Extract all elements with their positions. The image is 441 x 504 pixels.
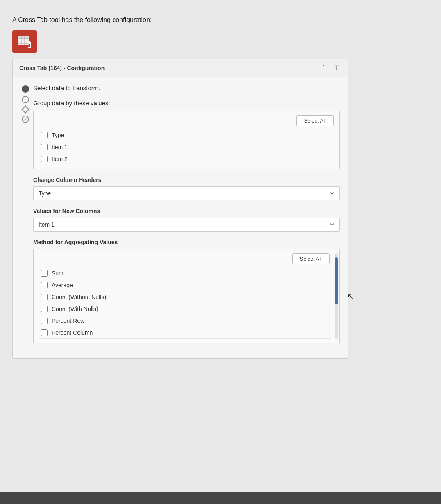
aggregating-item-percent-row-label: Percent Row [52, 318, 84, 324]
tool-icon [12, 30, 37, 53]
select-data-row: Select data to transform. [33, 84, 340, 92]
aggregating-checkbox-average[interactable] [41, 282, 48, 288]
sidebar-step-diamond[interactable] [21, 105, 30, 114]
aggregating-item-count-without-label: Count (Without Nulls) [52, 294, 106, 300]
select-data-label: Select data to transform. [33, 84, 100, 92]
sidebar-step-1[interactable] [22, 85, 29, 93]
cursor-arrow-icon: ↖ [347, 291, 354, 301]
group-data-item-item2: Item 2 [39, 153, 334, 165]
new-columns-dropdown-wrapper: Item 1 Item 2 Type [33, 218, 340, 232]
group-data-item-item2-label: Item 2 [52, 156, 68, 162]
aggregating-scrollbar-thumb[interactable] [335, 257, 338, 304]
page-container: A Cross Tab tool has the following confi… [0, 8, 441, 367]
group-data-item-type-label: Type [52, 132, 64, 138]
panel-body: ? Select data to transform. Group data b… [13, 77, 348, 358]
column-headers-label: Change Column Headers [33, 177, 340, 183]
aggregating-checkbox-count-with[interactable] [41, 306, 48, 312]
panel-title: Cross Tab (164) - Configuration [19, 65, 105, 71]
aggregating-item-count-without: Count (Without Nulls) [39, 291, 330, 303]
panel-header: Cross Tab (164) - Configuration ⋮ ⊤ [13, 59, 348, 77]
aggregating-checkbox-count-without[interactable] [41, 294, 48, 300]
aggregating-item-count-with-label: Count (With Nulls) [52, 306, 98, 312]
group-data-item-item1: Item 1 [39, 141, 334, 153]
aggregating-wrapper: Select All Sum Average [33, 249, 340, 343]
new-columns-label: Values for New Columns [33, 208, 340, 214]
aggregating-checkbox-list: Select All Sum Average [33, 249, 340, 343]
group-data-section: Group data by these values: Select All T… [33, 100, 340, 343]
aggregating-select-all-btn[interactable]: Select All [292, 253, 330, 264]
group-data-item-type: Type [39, 129, 334, 141]
group-data-checkbox-list: Select All Type Item 1 [33, 111, 340, 169]
group-data-checkbox-item2[interactable] [41, 156, 48, 162]
panel-header-icons: ⋮ ⊤ [318, 63, 341, 73]
svg-rect-1 [18, 36, 29, 39]
main-content: Select data to transform. Group data by … [33, 84, 340, 352]
group-data-checkbox-item1[interactable] [41, 144, 48, 150]
group-data-item-item1-label: Item 1 [52, 144, 68, 150]
aggregating-item-average-label: Average [52, 282, 73, 288]
bottom-bar [0, 492, 441, 504]
pin-icon[interactable]: ⊤ [332, 63, 341, 73]
aggregating-select-all-row: Select All [39, 253, 330, 264]
group-data-label-text: Group data by these values: [33, 100, 110, 107]
sidebar-step-question[interactable]: ? [22, 116, 29, 123]
aggregating-label: Method for Aggregating Values [33, 239, 340, 245]
aggregating-item-count-with: Count (With Nulls) [39, 303, 330, 315]
intro-text: A Cross Tab tool has the following confi… [12, 16, 429, 24]
aggregating-checkbox-percent-col[interactable] [41, 329, 48, 336]
group-data-checkbox-type[interactable] [41, 132, 48, 138]
aggregating-item-average: Average [39, 279, 330, 291]
group-data-select-all-row: Select All [39, 115, 334, 126]
content-area: ? Select data to transform. Group data b… [21, 84, 340, 352]
aggregating-checkbox-percent-row[interactable] [41, 318, 48, 324]
aggregating-item-percent-row: Percent Row [39, 315, 330, 327]
configuration-panel: Cross Tab (164) - Configuration ⋮ ⊤ ? Se… [12, 59, 348, 359]
more-options-icon[interactable]: ⋮ [318, 63, 328, 73]
column-headers-select[interactable]: Type Item 1 Item 2 [33, 186, 340, 200]
group-data-select-all-btn[interactable]: Select All [296, 115, 334, 126]
aggregating-checkbox-sum[interactable] [41, 270, 48, 277]
new-columns-select[interactable]: Item 1 Item 2 Type [33, 218, 340, 232]
left-sidebar: ? [21, 84, 33, 352]
aggregating-item-sum: Sum [39, 268, 330, 279]
aggregating-item-sum-label: Sum [52, 270, 64, 277]
group-data-label: Group data by these values: [33, 100, 340, 107]
column-headers-dropdown-wrapper: Type Item 1 Item 2 [33, 186, 340, 200]
sidebar-step-2[interactable] [22, 96, 29, 103]
aggregating-item-percent-col-label: Percent Column [52, 329, 93, 336]
aggregating-item-percent-col: Percent Column [39, 327, 330, 339]
aggregating-scrollbar [335, 253, 338, 339]
